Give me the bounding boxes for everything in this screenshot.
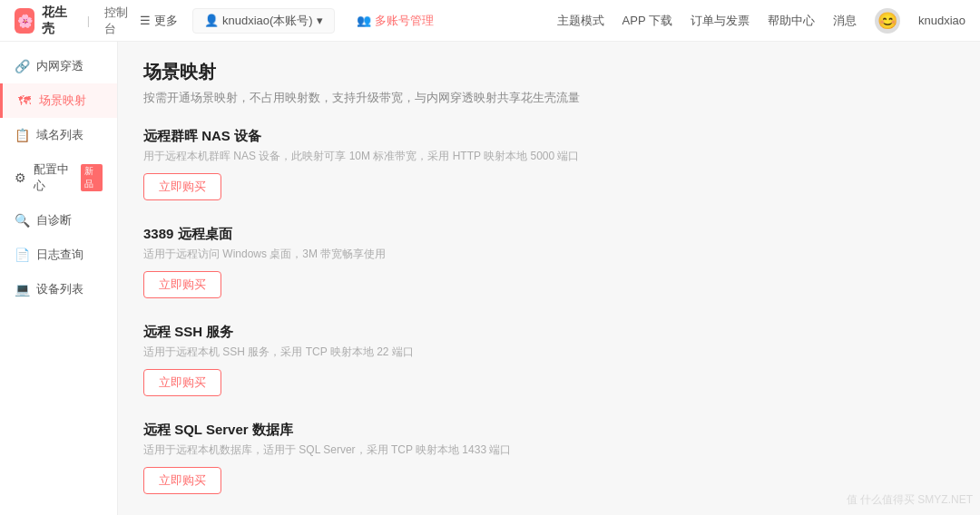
logo-name: 花生壳 xyxy=(42,5,72,37)
sidebar-item-domain[interactable]: 📋 域名列表 xyxy=(0,118,117,152)
intranet-icon: 🔗 xyxy=(15,59,29,73)
logo-subtitle: 控制台 xyxy=(104,5,132,37)
section-ssh-title: 远程 SSH 服务 xyxy=(143,324,955,341)
nav-right: 主题模式 APP 下载 订单与发票 帮助中心 消息 😊 knudxiao xyxy=(557,8,965,34)
page-title: 场景映射 xyxy=(143,60,955,84)
theme-mode-link[interactable]: 主题模式 xyxy=(557,13,604,29)
sidebar-item-intranet[interactable]: 🔗 内网穿透 xyxy=(0,49,117,83)
help-link[interactable]: 帮助中心 xyxy=(768,13,815,29)
app-download-link[interactable]: APP 下载 xyxy=(622,13,672,29)
section-sqlserver-title: 远程 SQL Server 数据库 xyxy=(143,422,955,439)
buy-rdp-button[interactable]: 立即购买 xyxy=(143,271,221,298)
buy-nas-button[interactable]: 立即购买 xyxy=(143,173,221,200)
sidebar: 🔗 内网穿透 🗺 场景映射 📋 域名列表 ⚙ 配置中心 新品 🔍 自诊断 📄 日… xyxy=(0,42,118,515)
multi-account-icon: 👥 xyxy=(357,14,371,27)
multi-account-button[interactable]: 👥 多账号管理 xyxy=(346,9,445,33)
domain-icon: 📋 xyxy=(15,128,29,142)
sidebar-item-label: 域名列表 xyxy=(36,127,83,143)
watermark: 值 什么值得买 SMYZ.NET xyxy=(847,492,973,508)
section-nas: 远程群晖 NAS 设备 用于远程本机群晖 NAS 设备，此映射可享 10M 标准… xyxy=(143,128,955,200)
main-layout: 🔗 内网穿透 🗺 场景映射 📋 域名列表 ⚙ 配置中心 新品 🔍 自诊断 📄 日… xyxy=(0,42,980,515)
top-nav: 🌸 花生壳 | 控制台 ☰ 更多 👤 knudxiao(本账号) ▾ 👥 多账号… xyxy=(0,0,980,42)
section-ssh-desc: 适用于远程本机 SSH 服务，采用 TCP 映射本地 22 端口 xyxy=(143,345,955,360)
main-content: 场景映射 按需开通场景映射，不占用映射数，支持升级带宽，与内网穿透映射共享花生壳… xyxy=(118,42,980,515)
avatar: 😊 xyxy=(875,8,900,34)
sidebar-item-label: 内网穿透 xyxy=(36,58,83,74)
sidebar-item-label: 配置中心 xyxy=(34,161,72,194)
menu-label: 更多 xyxy=(154,13,178,29)
account-name: knudxiao(本账号) xyxy=(222,13,313,29)
account-selector[interactable]: 👤 knudxiao(本账号) ▾ xyxy=(192,8,335,34)
page-desc: 按需开通场景映射，不占用映射数，支持升级带宽，与内网穿透映射共享花生壳流量 xyxy=(143,90,955,106)
sidebar-item-logs[interactable]: 📄 日志查询 xyxy=(0,238,117,272)
account-icon: 👤 xyxy=(204,14,219,27)
logo-area: 🌸 花生壳 | 控制台 xyxy=(15,5,132,37)
sidebar-item-diagnosis[interactable]: 🔍 自诊断 xyxy=(0,203,117,238)
logs-icon: 📄 xyxy=(15,248,29,262)
logo-divider: | xyxy=(87,14,90,27)
menu-icon: ☰ xyxy=(140,14,151,27)
buy-sqlserver-button[interactable]: 立即购买 xyxy=(143,467,221,494)
sidebar-item-config[interactable]: ⚙ 配置中心 新品 xyxy=(0,152,117,203)
section-ssh: 远程 SSH 服务 适用于远程本机 SSH 服务，采用 TCP 映射本地 22 … xyxy=(143,324,955,396)
sidebar-item-scene[interactable]: 🗺 场景映射 xyxy=(0,83,117,118)
section-nas-desc: 用于远程本机群晖 NAS 设备，此映射可享 10M 标准带宽，采用 HTTP 映… xyxy=(143,149,955,164)
sidebar-item-label: 自诊断 xyxy=(36,212,72,228)
menu-button[interactable]: ☰ 更多 xyxy=(132,9,185,33)
account-dropdown-icon: ▾ xyxy=(317,14,323,27)
section-rdp: 3389 远程桌面 适用于远程访问 Windows 桌面，3M 带宽畅享使用 立… xyxy=(143,226,955,298)
diagnosis-icon: 🔍 xyxy=(15,213,29,228)
sidebar-item-label: 设备列表 xyxy=(36,281,83,297)
devices-icon: 💻 xyxy=(15,282,29,296)
sidebar-item-devices[interactable]: 💻 设备列表 xyxy=(0,272,117,306)
scene-icon: 🗺 xyxy=(17,93,32,108)
config-icon: ⚙ xyxy=(15,170,26,185)
section-nas-title: 远程群晖 NAS 设备 xyxy=(143,128,955,145)
messages-link[interactable]: 消息 xyxy=(833,13,857,29)
section-rdp-title: 3389 远程桌面 xyxy=(143,226,955,243)
new-badge: 新品 xyxy=(81,164,103,191)
sidebar-item-label: 场景映射 xyxy=(39,92,86,109)
section-sqlserver: 远程 SQL Server 数据库 适用于远程本机数据库，适用于 SQL Ser… xyxy=(143,422,955,494)
buy-ssh-button[interactable]: 立即购买 xyxy=(143,369,221,396)
section-sqlserver-desc: 适用于远程本机数据库，适用于 SQL Server，采用 TCP 映射本地 14… xyxy=(143,442,955,458)
watermark-text: 值 什么值得买 SMYZ.NET xyxy=(847,492,973,508)
orders-link[interactable]: 订单与发票 xyxy=(691,13,750,29)
logo-icon: 🌸 xyxy=(15,8,34,34)
sidebar-item-label: 日志查询 xyxy=(36,247,83,263)
section-rdp-desc: 适用于远程访问 Windows 桌面，3M 带宽畅享使用 xyxy=(143,247,955,262)
multi-account-label: 多账号管理 xyxy=(375,13,434,29)
user-name[interactable]: knudxiao xyxy=(918,14,965,27)
